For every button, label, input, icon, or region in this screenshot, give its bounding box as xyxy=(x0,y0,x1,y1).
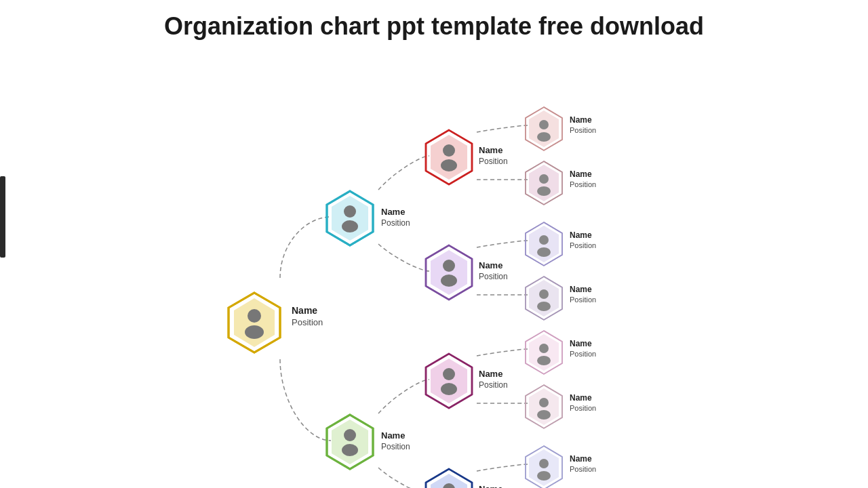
r3-name: Name xyxy=(479,369,502,379)
svg-point-48 xyxy=(537,247,551,257)
r4-name: Name xyxy=(479,484,502,488)
node-leaf1 xyxy=(526,107,562,150)
node-mid2 xyxy=(327,415,373,469)
root-name: Name xyxy=(292,305,317,316)
mid2-pos: Position xyxy=(381,442,410,451)
node-r1 xyxy=(426,130,472,184)
root-pos: Position xyxy=(292,317,323,327)
svg-point-63 xyxy=(537,410,551,420)
svg-point-28 xyxy=(441,383,457,395)
r1-pos: Position xyxy=(479,157,508,166)
svg-marker-21 xyxy=(431,250,467,295)
node-root xyxy=(229,293,280,352)
svg-point-62 xyxy=(539,398,549,407)
svg-point-52 xyxy=(539,289,549,299)
leaf2-pos: Position xyxy=(570,180,596,188)
svg-point-8 xyxy=(342,220,358,232)
leaf5-pos: Position xyxy=(570,350,596,358)
node-r2 xyxy=(426,245,472,300)
svg-point-27 xyxy=(443,368,455,380)
svg-point-67 xyxy=(539,459,549,468)
node-leaf2 xyxy=(526,161,562,205)
chart-area: Name Position Name Position Name Positio… xyxy=(0,54,868,488)
svg-point-23 xyxy=(441,274,457,287)
svg-point-7 xyxy=(344,205,356,218)
leaf6-pos: Position xyxy=(570,404,596,412)
node-r4 xyxy=(426,469,472,488)
node-mid1 xyxy=(327,191,373,245)
node-leaf7 xyxy=(526,446,562,488)
r1-name: Name xyxy=(479,145,502,155)
node-leaf5 xyxy=(526,331,562,374)
mid1-name: Name xyxy=(381,207,405,217)
leaf5-name: Name xyxy=(570,339,592,348)
leaf6-name: Name xyxy=(570,393,592,403)
svg-point-47 xyxy=(539,235,549,245)
svg-point-53 xyxy=(537,302,551,311)
leaf7-name: Name xyxy=(570,454,592,464)
r3-pos: Position xyxy=(479,380,508,390)
node-leaf3 xyxy=(526,222,562,266)
leaf1-pos: Position xyxy=(570,126,596,134)
mid1-pos: Position xyxy=(381,218,410,228)
svg-marker-16 xyxy=(431,135,467,180)
svg-point-42 xyxy=(539,174,549,184)
r2-name: Name xyxy=(479,260,502,270)
svg-marker-6 xyxy=(332,196,368,241)
leaf3-name: Name xyxy=(570,230,592,240)
svg-marker-11 xyxy=(332,420,368,464)
page-title: Organization chart ppt template free dow… xyxy=(0,0,868,47)
svg-point-2 xyxy=(248,309,261,323)
svg-point-3 xyxy=(245,325,264,339)
svg-point-58 xyxy=(537,356,551,365)
svg-point-13 xyxy=(342,444,358,456)
mid2-name: Name xyxy=(381,430,405,441)
node-leaf4 xyxy=(526,277,562,320)
leaf2-name: Name xyxy=(570,169,592,179)
svg-point-37 xyxy=(539,120,549,129)
svg-point-18 xyxy=(441,159,457,171)
leaf4-pos: Position xyxy=(570,296,596,304)
svg-point-17 xyxy=(443,144,455,157)
svg-point-12 xyxy=(344,429,356,441)
svg-point-68 xyxy=(537,471,551,481)
svg-point-43 xyxy=(537,186,551,196)
svg-marker-26 xyxy=(431,359,467,403)
svg-point-57 xyxy=(539,344,549,353)
svg-point-22 xyxy=(443,260,455,272)
svg-point-38 xyxy=(537,132,551,142)
leaf1-name: Name xyxy=(570,115,592,125)
leaf3-pos: Position xyxy=(570,241,596,249)
leaf4-name: Name xyxy=(570,285,592,294)
node-r3 xyxy=(426,354,472,408)
node-leaf6 xyxy=(526,385,562,428)
leaf7-pos: Position xyxy=(570,465,596,473)
r2-pos: Position xyxy=(479,272,508,281)
svg-rect-75 xyxy=(0,176,5,258)
